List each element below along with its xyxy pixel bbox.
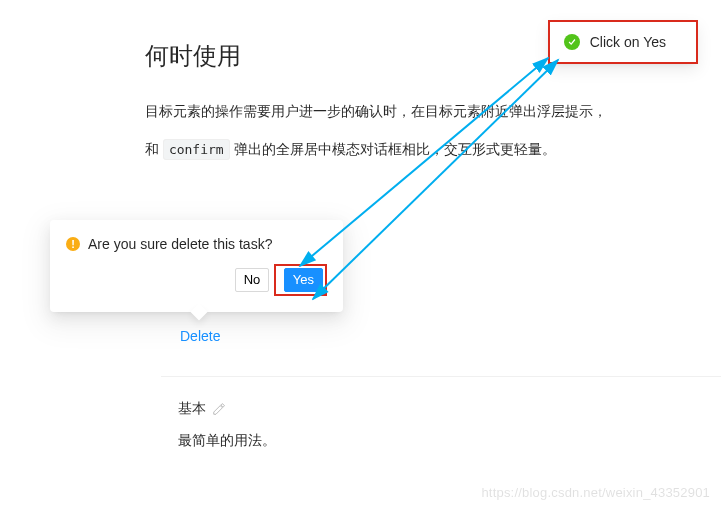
example-title: 基本 xyxy=(178,400,206,418)
yes-button-highlight: Yes xyxy=(274,264,327,296)
paragraph-2: 和 confirm 弹出的全屏居中模态对话框相比，交互形式更轻量。 xyxy=(145,135,724,163)
check-icon xyxy=(564,34,580,50)
watermark: https://blog.csdn.net/weixin_43352901 xyxy=(481,485,710,500)
paragraph-1: 目标元素的操作需要用户进一步的确认时，在目标元素附近弹出浮层提示， xyxy=(145,97,724,125)
yes-button[interactable]: Yes xyxy=(284,268,323,292)
paragraph-2-a: 和 xyxy=(145,141,163,157)
popconfirm: ! Are you sure delete this task? No Yes xyxy=(50,220,343,312)
paragraph-2-b: 弹出的全屏居中模态对话框相比，交互形式更轻量。 xyxy=(234,141,556,157)
inline-code-confirm: confirm xyxy=(163,139,230,160)
notification-toast: Click on Yes xyxy=(548,20,698,64)
edit-icon[interactable] xyxy=(212,402,226,416)
paragraph-1-text: 目标元素的操作需要用户进一步的确认时，在目标元素附近弹出浮层提示， xyxy=(145,103,607,119)
delete-link[interactable]: Delete xyxy=(180,328,220,344)
example-description: 最简单的用法。 xyxy=(178,432,276,450)
notification-message: Click on Yes xyxy=(590,34,666,50)
popover-arrow xyxy=(191,304,208,321)
popconfirm-message: Are you sure delete this task? xyxy=(88,236,272,252)
no-button[interactable]: No xyxy=(235,268,270,292)
warning-icon: ! xyxy=(66,237,80,251)
divider xyxy=(161,376,721,377)
